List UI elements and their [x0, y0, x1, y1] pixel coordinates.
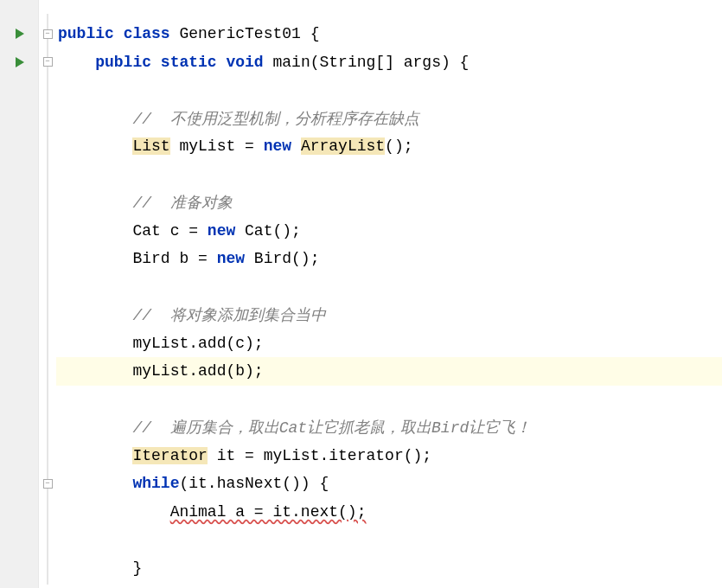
fold-row: − [39, 48, 56, 77]
code-line-highlighted: myList.add(b); [56, 357, 722, 386]
code-line-blank [56, 161, 722, 189]
code-line: public static void main(String[] args) { [56, 48, 722, 77]
code-line: // 遍历集合，取出Cat让它抓老鼠，取出Bird让它飞！ [56, 413, 722, 442]
code-line: Animal a = it.next(); [56, 498, 722, 527]
code-line: // 将对象添加到集合当中 [56, 301, 722, 329]
code-line-blank [56, 526, 722, 554]
code-text: Bird(); [245, 250, 319, 267]
type-name: Iterator [132, 447, 207, 464]
code-text: myList.add(c); [132, 335, 263, 352]
run-gutter [0, 0, 39, 588]
code-text-error: Animal a = it.next(); [170, 503, 367, 521]
code-line: // 不使用泛型机制，分析程序存在缺点 [56, 105, 722, 133]
comment: // 准备对象 [132, 192, 232, 213]
code-text: Cat(); [235, 222, 301, 240]
code-line: myList.add(c); [56, 329, 722, 358]
code-line-blank [56, 386, 722, 414]
comment: // 将对象添加到集合当中 [132, 304, 325, 325]
brace: { [310, 25, 320, 42]
code-line: public class GenericTest01 { [56, 20, 722, 48]
keyword: new [208, 222, 235, 240]
fold-minus-icon[interactable]: − [43, 479, 53, 489]
fold-row: − [39, 20, 56, 48]
keyword: public [58, 25, 114, 42]
params: (String[] args) { [310, 54, 470, 71]
code-line: // 准备对象 [56, 189, 722, 217]
code-text: Cat c = [132, 222, 207, 240]
brace: } [132, 559, 142, 577]
code-text: myList.add(b); [132, 362, 263, 380]
class-name: GenericTest01 [179, 25, 300, 42]
comment: // 遍历集合，取出Cat让它抓老鼠，取出Bird让它飞！ [132, 417, 531, 438]
code-line: } [56, 554, 722, 583]
keyword: class [124, 25, 170, 42]
fold-row: − [39, 470, 56, 498]
keyword: static [161, 54, 217, 71]
code-text: (it.hasNext()) { [179, 475, 329, 492]
code-editor[interactable]: public class GenericTest01 { public stat… [56, 0, 722, 588]
code-text: (); [385, 137, 412, 155]
run-icon[interactable] [16, 57, 24, 67]
gutter-row [0, 20, 38, 48]
code-line: while(it.hasNext()) { [56, 470, 722, 498]
keyword: void [226, 54, 263, 71]
class-name: ArrayList [301, 137, 385, 155]
fold-minus-icon[interactable]: − [43, 29, 53, 39]
run-icon[interactable] [16, 29, 24, 39]
code-text: Bird b = [132, 250, 216, 267]
type-name: List [132, 137, 169, 155]
gutter-row [0, 48, 38, 77]
keyword: new [217, 250, 245, 267]
method-name: main [273, 54, 310, 71]
keyword: public [95, 54, 151, 71]
code-line-blank [56, 76, 722, 105]
code-text: myList = [170, 137, 264, 155]
code-text: it = myList.iterator(); [208, 447, 431, 464]
code-line-blank [56, 273, 722, 302]
code-line: Cat c = new Cat(); [56, 217, 722, 246]
fold-minus-icon[interactable]: − [43, 57, 53, 67]
code-line: List myList = new ArrayList(); [56, 132, 722, 161]
comment: // 不使用泛型机制，分析程序存在缺点 [132, 108, 419, 129]
code-line: Bird b = new Bird(); [56, 245, 722, 273]
fold-gutter: − − − [39, 0, 56, 588]
code-line: Iterator it = myList.iterator(); [56, 442, 722, 470]
keyword: while [132, 475, 179, 492]
keyword: new [264, 137, 291, 155]
